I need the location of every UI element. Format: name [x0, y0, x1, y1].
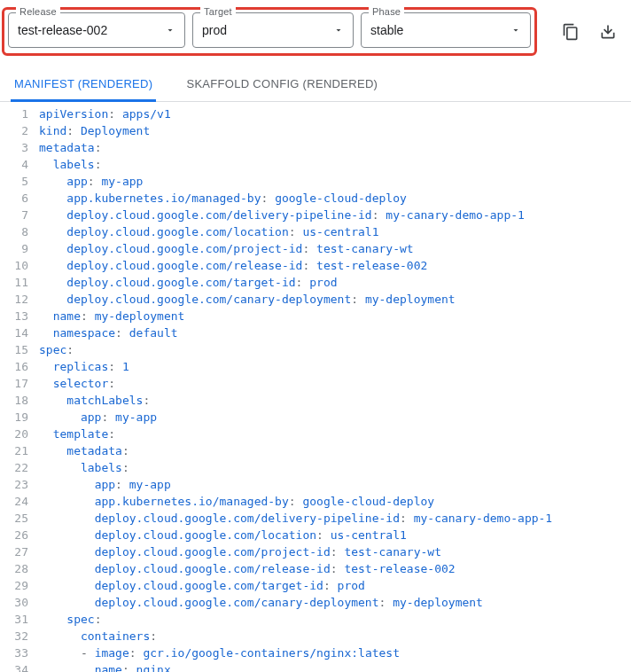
- code-line: containers:: [39, 628, 631, 645]
- line-number: 16: [0, 358, 28, 375]
- line-number: 10: [0, 257, 28, 274]
- line-number: 18: [0, 392, 28, 409]
- line-number: 23: [0, 476, 28, 493]
- code-line: deploy.cloud.google.com/location: us-cen…: [39, 527, 631, 543]
- code-line: selector:: [39, 375, 631, 392]
- filter-row: Release test-release-002 Target prod Pha…: [0, 0, 631, 65]
- code-line: deploy.cloud.google.com/delivery-pipelin…: [39, 207, 631, 223]
- line-number: 12: [0, 291, 28, 308]
- line-number: 33: [0, 645, 28, 661]
- code-line: labels:: [39, 156, 631, 173]
- line-number: 34: [0, 661, 28, 672]
- line-number: 13: [0, 308, 28, 324]
- code-line: deploy.cloud.google.com/canary-deploymen…: [39, 291, 631, 308]
- line-number: 5: [0, 173, 28, 190]
- code-line: - image: gcr.io/google-containers/nginx:…: [39, 645, 631, 661]
- line-number: 17: [0, 375, 28, 392]
- code-line: metadata:: [39, 139, 631, 156]
- chevron-down-icon: [333, 22, 344, 38]
- phase-select[interactable]: Phase stable: [361, 12, 531, 48]
- line-number: 9: [0, 240, 28, 257]
- code-line: name: my-deployment: [39, 308, 631, 324]
- code-line: app.kubernetes.io/managed-by: google-clo…: [39, 190, 631, 207]
- line-number: 3: [0, 139, 28, 156]
- tab-bar: MANIFEST (RENDERED) SKAFFOLD CONFIG (REN…: [0, 66, 631, 102]
- line-number: 24: [0, 493, 28, 510]
- code-line: deploy.cloud.google.com/project-id: test…: [39, 543, 631, 560]
- chevron-down-icon: [165, 22, 175, 38]
- code-content[interactable]: apiVersion: apps/v1kind: Deploymentmetad…: [39, 105, 631, 672]
- code-line: template:: [39, 426, 631, 442]
- code-line: deploy.cloud.google.com/release-id: test…: [39, 257, 631, 274]
- line-number: 29: [0, 577, 28, 594]
- chevron-down-icon: [510, 22, 521, 38]
- target-select-label: Target: [200, 6, 236, 17]
- line-number: 2: [0, 122, 28, 139]
- code-line: deploy.cloud.google.com/target-id: prod: [39, 274, 631, 291]
- line-number: 14: [0, 324, 28, 341]
- code-line: deploy.cloud.google.com/target-id: prod: [39, 577, 631, 594]
- line-number: 4: [0, 156, 28, 173]
- code-line: replicas: 1: [39, 358, 631, 375]
- line-number: 19: [0, 409, 28, 426]
- target-select-value: prod: [202, 23, 333, 37]
- code-line: matchLabels:: [39, 392, 631, 409]
- code-line: labels:: [39, 459, 631, 476]
- code-line: deploy.cloud.google.com/canary-deploymen…: [39, 594, 631, 611]
- line-number: 6: [0, 190, 28, 207]
- code-line: namespace: default: [39, 324, 631, 341]
- line-number: 31: [0, 611, 28, 628]
- tab-skaffold[interactable]: SKAFFOLD CONFIG (RENDERED): [183, 66, 381, 101]
- line-number: 21: [0, 442, 28, 459]
- code-line: app: my-app: [39, 476, 631, 493]
- download-button[interactable]: [594, 18, 622, 46]
- code-line: deploy.cloud.google.com/project-id: test…: [39, 240, 631, 257]
- line-number: 28: [0, 560, 28, 577]
- code-viewer: 1234567891011121314151617181920212223242…: [0, 102, 631, 672]
- code-line: deploy.cloud.google.com/release-id: test…: [39, 560, 631, 577]
- code-line: deploy.cloud.google.com/location: us-cen…: [39, 223, 631, 240]
- line-number: 25: [0, 510, 28, 527]
- code-line: app: my-app: [39, 409, 631, 426]
- copy-button[interactable]: [557, 18, 585, 46]
- line-number: 11: [0, 274, 28, 291]
- selector-group-highlight: Release test-release-002 Target prod Pha…: [2, 7, 537, 56]
- code-line: metadata:: [39, 442, 631, 459]
- code-line: app: my-app: [39, 173, 631, 190]
- code-line: spec:: [39, 341, 631, 358]
- code-line: app.kubernetes.io/managed-by: google-clo…: [39, 493, 631, 510]
- line-number: 15: [0, 341, 28, 358]
- phase-select-value: stable: [370, 23, 510, 37]
- code-line: spec:: [39, 611, 631, 628]
- line-number: 7: [0, 207, 28, 223]
- code-line: kind: Deployment: [39, 122, 631, 139]
- line-number-gutter: 1234567891011121314151617181920212223242…: [0, 105, 39, 672]
- line-number: 8: [0, 223, 28, 240]
- release-select-label: Release: [16, 6, 60, 17]
- line-number: 30: [0, 594, 28, 611]
- phase-select-label: Phase: [369, 6, 404, 17]
- release-select-value: test-release-002: [18, 23, 165, 37]
- line-number: 26: [0, 527, 28, 543]
- line-number: 20: [0, 426, 28, 442]
- line-number: 32: [0, 628, 28, 645]
- target-select[interactable]: Target prod: [192, 12, 354, 48]
- line-number: 27: [0, 543, 28, 560]
- release-select[interactable]: Release test-release-002: [8, 12, 185, 48]
- code-line: apiVersion: apps/v1: [39, 105, 631, 122]
- tab-manifest[interactable]: MANIFEST (RENDERED): [11, 66, 156, 102]
- line-number: 22: [0, 459, 28, 476]
- code-line: deploy.cloud.google.com/delivery-pipelin…: [39, 510, 631, 527]
- code-line: name: nginx: [39, 661, 631, 672]
- line-number: 1: [0, 105, 28, 122]
